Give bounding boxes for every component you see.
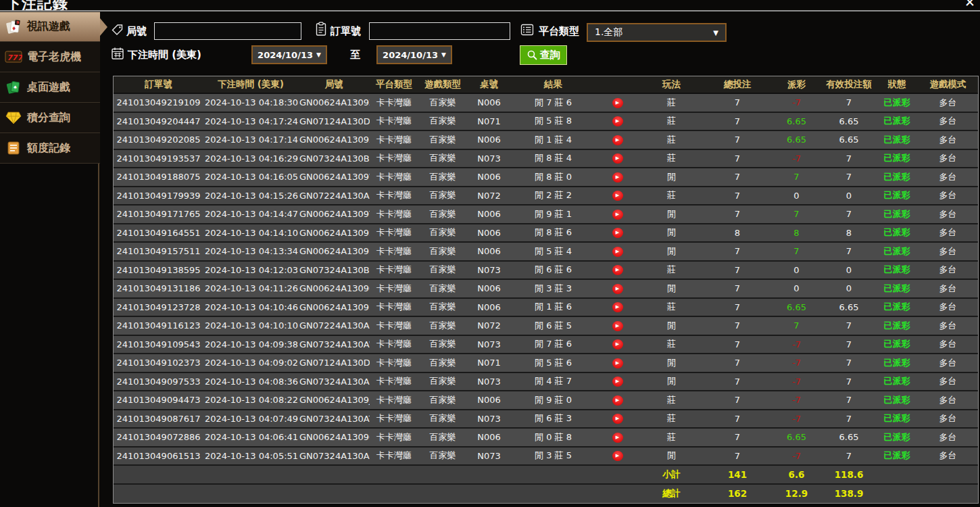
play-video-icon[interactable]: ▶	[612, 98, 623, 108]
cell-table_no: N006	[467, 168, 511, 187]
table-row: 2410130491095432024-10-13 04:09:38GN0732…	[114, 336, 978, 355]
cell-time: 2024-10-13 04:17:24	[203, 113, 298, 132]
cell-mode: 多台	[918, 131, 978, 150]
cell-status: 已派彩	[876, 410, 918, 429]
round-no-input[interactable]	[154, 22, 301, 40]
cell-play: 莊	[639, 131, 704, 150]
date-from-picker[interactable]: 2024/10/13 ▼	[251, 45, 327, 64]
play-video-icon[interactable]: ▶	[612, 284, 623, 294]
table-row: 2410130491237282024-10-13 04:10:46GN0062…	[114, 299, 978, 318]
cell-order: 241013049219109	[114, 94, 203, 113]
play-video-icon[interactable]: ▶	[612, 265, 623, 275]
cell-order: 241013049087617	[114, 410, 203, 429]
cell-order: 241013049204447	[114, 113, 203, 132]
sidebar-item-points[interactable]: 積分查詢	[0, 103, 100, 133]
sidebar-item-table-games[interactable]: ♠ 桌面遊戲	[0, 72, 100, 103]
cell-result: 閒 7 莊 6	[511, 336, 595, 355]
play-video-icon[interactable]: ▶	[612, 247, 623, 257]
play-video-icon[interactable]: ▶	[612, 321, 623, 331]
play-video-icon[interactable]: ▶	[612, 191, 623, 201]
play-video-icon[interactable]: ▶	[612, 302, 623, 312]
cell-platform: 卡卡灣廳	[370, 168, 418, 187]
cell-play_icon: ▶	[595, 113, 639, 132]
table-row: 2410130491161232024-10-13 04:10:10GN0722…	[114, 317, 978, 336]
play-video-icon[interactable]: ▶	[612, 433, 623, 443]
cell-time: 2024-10-13 04:13:34	[203, 243, 298, 262]
cell-platform: 卡卡灣廳	[370, 354, 418, 373]
cell-valid_bet: 8	[822, 224, 876, 243]
search-button[interactable]: 查詢	[520, 45, 567, 65]
svg-text:♦: ♦	[11, 25, 17, 32]
cell-table_no: N006	[467, 224, 511, 243]
cell-order: 241013049131186	[114, 280, 203, 299]
cell-play_icon: ▶	[595, 429, 639, 448]
cell-play: 閒	[639, 243, 704, 262]
cell-play_icon: ▶	[595, 448, 639, 466]
cell-payout: -7	[771, 94, 822, 113]
round-no-label: 局號	[126, 25, 147, 38]
play-video-icon[interactable]: ▶	[612, 358, 623, 368]
cell-play: 閒	[639, 373, 704, 392]
cell-status: 已派彩	[876, 206, 918, 224]
order-no-input[interactable]	[369, 22, 510, 40]
ledger-icon	[5, 140, 22, 156]
cell-status: 已派彩	[876, 317, 918, 336]
play-video-icon[interactable]: ▶	[612, 377, 623, 387]
sidebar-item-quota-records[interactable]: 額度記錄	[0, 133, 100, 164]
play-video-icon[interactable]: ▶	[612, 414, 623, 424]
cell-play_icon: ▶	[595, 391, 639, 410]
close-icon[interactable]: ✕	[964, 0, 975, 9]
cell-play: 莊	[639, 429, 704, 448]
cell-order: 241013049116123	[114, 317, 203, 336]
date-from-value: 2024/10/13	[258, 50, 313, 60]
play-video-icon[interactable]: ▶	[612, 228, 623, 238]
magnifier-icon	[526, 49, 538, 61]
cell-payout: 6.65	[771, 131, 822, 150]
cell-table_no: N071	[467, 354, 511, 373]
subtotal-row-spacer-end	[876, 466, 978, 485]
date-to-picker[interactable]: 2024/10/13 ▼	[376, 45, 452, 64]
cell-payout: 7	[771, 317, 822, 336]
play-video-icon[interactable]: ▶	[612, 172, 623, 183]
cell-table_no: N073	[467, 448, 511, 466]
cell-result: 閒 3 莊 3	[511, 280, 595, 299]
cell-game: 百家樂	[418, 354, 467, 373]
grand-total-row-spacer-end	[876, 485, 978, 504]
play-video-icon[interactable]: ▶	[612, 135, 623, 145]
cell-order: 241013049061513	[114, 448, 203, 466]
col-header-valid_bet: 有效投注額	[822, 76, 876, 94]
col-header-payout: 派彩	[771, 76, 822, 94]
sidebar-item-label: 積分查詢	[27, 111, 70, 125]
cell-mode: 多台	[918, 299, 978, 318]
play-video-icon[interactable]: ▶	[612, 210, 623, 220]
cell-play_icon: ▶	[595, 131, 639, 150]
cell-play: 莊	[639, 410, 704, 429]
sidebar-item-video-games[interactable]: 9 ♦ 視訊遊戲	[0, 11, 100, 42]
cell-play: 莊	[639, 150, 704, 169]
cell-game: 百家樂	[418, 224, 467, 243]
cell-play_icon: ▶	[595, 94, 639, 113]
sidebar-item-slots[interactable]: 777 電子老虎機	[0, 42, 100, 72]
cell-status: 已派彩	[876, 150, 918, 169]
play-video-icon[interactable]: ▶	[612, 395, 623, 406]
cell-result: 閒 0 莊 8	[511, 429, 595, 448]
cell-status: 已派彩	[876, 280, 918, 299]
cell-time: 2024-10-13 04:14:47	[203, 206, 298, 224]
cell-play_icon: ▶	[595, 168, 639, 187]
cell-table_no: N073	[467, 410, 511, 429]
platform-type-select[interactable]: 1.全部 ▼	[587, 23, 727, 42]
cell-result: 閒 2 莊 2	[511, 187, 595, 206]
play-video-icon[interactable]: ▶	[612, 339, 623, 349]
cell-play_icon: ▶	[595, 262, 639, 281]
cell-table_no: N072	[467, 187, 511, 206]
bet-time-label: 下注時間 (美東)	[128, 49, 201, 62]
cell-mode: 多台	[918, 94, 978, 113]
cell-game: 百家樂	[418, 448, 467, 466]
subtotal-row-spacer	[114, 466, 639, 485]
play-video-icon[interactable]: ▶	[612, 116, 623, 126]
cell-round: GN00624A1309N	[298, 299, 370, 318]
cell-platform: 卡卡灣廳	[370, 113, 418, 132]
play-video-icon[interactable]: ▶	[612, 451, 623, 461]
play-video-icon[interactable]: ▶	[612, 153, 623, 164]
cell-mode: 多台	[918, 224, 978, 243]
